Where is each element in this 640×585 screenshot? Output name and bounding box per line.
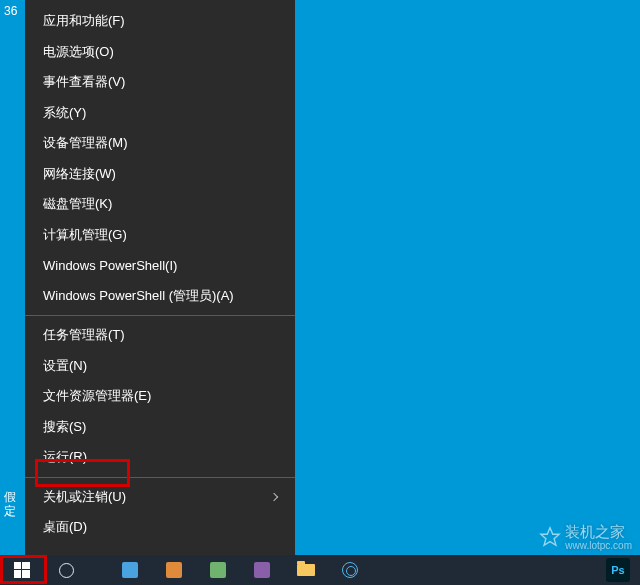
winx-context-menu: 应用和功能(F) 电源选项(O) 事件查看器(V) 系统(Y) 设备管理器(M)… <box>25 0 295 556</box>
desktop: 假 定 36 应用和功能(F) 电源选项(O) 事件查看器(V) 系统(Y) 设… <box>0 0 640 585</box>
taskbar-file-explorer[interactable] <box>284 555 328 585</box>
cortana-button[interactable] <box>44 555 88 585</box>
menu-item-task-manager[interactable]: 任务管理器(T) <box>25 320 295 351</box>
watermark-url: www.lotpc.com <box>565 540 632 551</box>
menu-separator <box>25 315 295 316</box>
app-icon <box>210 562 226 578</box>
menu-item-device-manager[interactable]: 设备管理器(M) <box>25 128 295 159</box>
app-icon <box>166 562 182 578</box>
start-button[interactable] <box>0 555 44 585</box>
taskbar-gap <box>88 555 108 585</box>
svg-marker-0 <box>541 528 559 545</box>
photoshop-icon: Ps <box>606 558 630 582</box>
taskbar-app-4[interactable] <box>240 555 284 585</box>
menu-item-powershell[interactable]: Windows PowerShell(I) <box>25 250 295 281</box>
browser-icon <box>342 562 358 578</box>
app-icon <box>122 562 138 578</box>
menu-item-computer-management[interactable]: 计算机管理(G) <box>25 220 295 251</box>
menu-item-file-explorer[interactable]: 文件资源管理器(E) <box>25 381 295 412</box>
menu-item-apps-features[interactable]: 应用和功能(F) <box>25 6 295 37</box>
app-icon <box>254 562 270 578</box>
menu-item-shutdown-signout[interactable]: 关机或注销(U) <box>25 482 295 513</box>
taskbar: Ps <box>0 555 640 585</box>
menu-item-settings[interactable]: 设置(N) <box>25 351 295 382</box>
taskbar-app-3[interactable] <box>196 555 240 585</box>
chevron-right-icon <box>270 493 278 501</box>
cortana-circle-icon <box>59 563 74 578</box>
taskbar-app-1[interactable] <box>108 555 152 585</box>
folder-icon <box>297 564 315 576</box>
menu-item-search[interactable]: 搜索(S) <box>25 412 295 443</box>
menu-separator <box>25 477 295 478</box>
desktop-icon-partial: 假 定 <box>4 490 16 518</box>
watermark: 装机之家 www.lotpc.com <box>539 524 632 552</box>
taskbar-browser[interactable] <box>328 555 372 585</box>
taskbar-photoshop[interactable]: Ps <box>596 555 640 585</box>
star-icon <box>539 526 561 548</box>
desktop-icon-partial-top: 36 <box>4 4 17 18</box>
menu-item-event-viewer[interactable]: 事件查看器(V) <box>25 67 295 98</box>
menu-item-network-connections[interactable]: 网络连接(W) <box>25 159 295 190</box>
taskbar-app-2[interactable] <box>152 555 196 585</box>
menu-item-power-options[interactable]: 电源选项(O) <box>25 37 295 68</box>
windows-logo-icon <box>14 562 30 578</box>
menu-item-desktop[interactable]: 桌面(D) <box>25 512 295 543</box>
watermark-text: 装机之家 <box>565 524 632 541</box>
menu-item-disk-management[interactable]: 磁盘管理(K) <box>25 189 295 220</box>
menu-item-system[interactable]: 系统(Y) <box>25 98 295 129</box>
menu-item-powershell-admin[interactable]: Windows PowerShell (管理员)(A) <box>25 281 295 312</box>
menu-item-run[interactable]: 运行(R) <box>25 442 295 473</box>
